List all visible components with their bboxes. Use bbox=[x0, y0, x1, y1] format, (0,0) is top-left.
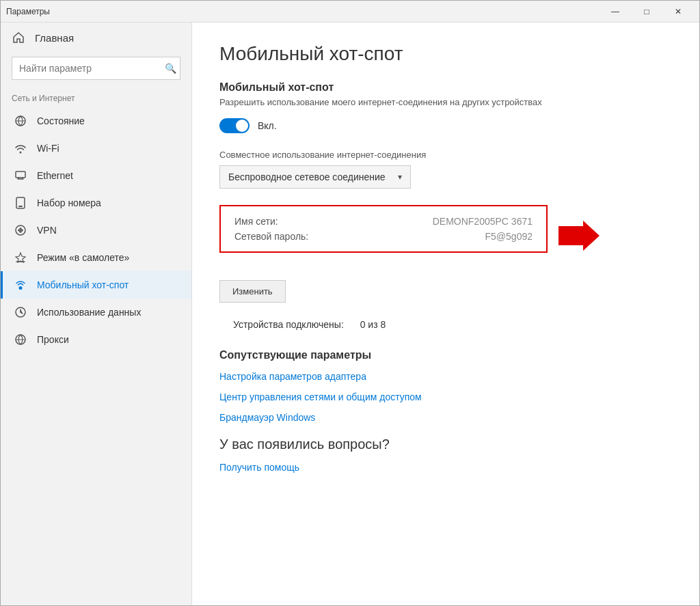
sidebar-item-hotspot[interactable]: Мобильный хот-спот bbox=[1, 271, 191, 299]
sharing-label: Совместное использование интернет-соедин… bbox=[219, 150, 672, 160]
datausage-icon bbox=[14, 305, 27, 319]
home-icon bbox=[12, 31, 25, 44]
sidebar-item-label: Мобильный хот-спот bbox=[37, 279, 129, 290]
sidebar-item-airplane[interactable]: Режим «в самолете» bbox=[1, 244, 191, 271]
link-firewall[interactable]: Брандмауэр Windows bbox=[219, 412, 672, 423]
sidebar-item-label: Состояние bbox=[37, 115, 85, 126]
settings-window: Параметры — □ ✕ Главная 🔍 bbox=[0, 0, 700, 606]
main-content: Главная 🔍 Сеть и Интернет Состояние bbox=[1, 23, 699, 605]
svg-rect-3 bbox=[18, 206, 23, 207]
search-icon-button[interactable]: 🔍 bbox=[165, 63, 176, 74]
search-box: 🔍 bbox=[12, 57, 180, 80]
svg-marker-8 bbox=[558, 221, 600, 251]
sidebar-item-label: Набор номера bbox=[37, 197, 101, 208]
sidebar-item-proxy[interactable]: Прокси bbox=[1, 326, 191, 353]
link-adapter-settings[interactable]: Настройка параметров адаптера bbox=[219, 371, 672, 382]
dropdown-arrow-icon: ▾ bbox=[398, 172, 402, 182]
sidebar-item-label: VPN bbox=[37, 225, 57, 236]
dropdown-value: Беспроводное сетевое соединение bbox=[228, 171, 386, 182]
arrow-indicator bbox=[558, 221, 600, 251]
sidebar-item-status[interactable]: Состояние bbox=[1, 107, 191, 135]
search-input[interactable] bbox=[12, 57, 180, 80]
network-dropdown[interactable]: Беспроводное сетевое соединение ▾ bbox=[219, 165, 411, 189]
sidebar-item-dialup[interactable]: Набор номера bbox=[1, 189, 191, 217]
related-title: Сопутствующие параметры bbox=[219, 349, 672, 361]
sidebar-item-label: Wi-Fi bbox=[37, 143, 59, 154]
vpn-icon bbox=[14, 223, 27, 237]
sidebar-item-label: Режим «в самолете» bbox=[37, 252, 129, 263]
wifi-icon bbox=[14, 141, 27, 155]
info-wrapper: Имя сети: DEMONF2005PC 3671 Сетевой паро… bbox=[219, 205, 672, 266]
svg-rect-1 bbox=[16, 171, 25, 178]
questions-title: У вас появились вопросы? bbox=[219, 437, 672, 452]
sidebar-home-label: Главная bbox=[35, 32, 74, 44]
hotspot-section-title: Мобильный хот-спот bbox=[219, 81, 672, 94]
sidebar-item-label: Прокси bbox=[37, 334, 69, 345]
devices-label: Устройства подключены: bbox=[233, 319, 344, 330]
monitor-icon bbox=[14, 169, 27, 182]
network-name-value: DEMONF2005PC 3671 bbox=[433, 216, 533, 227]
sidebar-item-label: Ethernet bbox=[37, 170, 73, 181]
close-button[interactable]: ✕ bbox=[662, 1, 694, 23]
devices-row: Устройства подключены: 0 из 8 bbox=[219, 319, 672, 330]
sidebar-section-label: Сеть и Интернет bbox=[1, 88, 191, 107]
help-link[interactable]: Получить помощь bbox=[219, 462, 672, 473]
window-title: Параметры bbox=[6, 7, 600, 16]
maximize-button[interactable]: □ bbox=[631, 1, 662, 23]
hotspot-desc: Разрешить использование моего интернет-с… bbox=[219, 96, 672, 109]
sidebar-home-item[interactable]: Главная bbox=[1, 23, 191, 53]
phone-icon bbox=[14, 196, 27, 210]
devices-value: 0 из 8 bbox=[360, 319, 386, 330]
sidebar: Главная 🔍 Сеть и Интернет Состояние bbox=[1, 23, 192, 605]
minimize-button[interactable]: — bbox=[600, 1, 631, 23]
sidebar-item-ethernet[interactable]: Ethernet bbox=[1, 162, 191, 189]
toggle-label: Вкл. bbox=[258, 120, 277, 131]
hotspot-toggle[interactable] bbox=[219, 118, 250, 133]
network-name-row: Имя сети: DEMONF2005PC 3671 bbox=[234, 216, 533, 227]
network-name-key: Имя сети: bbox=[234, 216, 323, 227]
globe-icon bbox=[14, 114, 27, 128]
network-info-box: Имя сети: DEMONF2005PC 3671 Сетевой паро… bbox=[219, 205, 548, 253]
title-bar: Параметры — □ ✕ bbox=[1, 1, 699, 23]
toggle-row: Вкл. bbox=[219, 118, 672, 133]
sidebar-item-wifi[interactable]: Wi-Fi bbox=[1, 135, 191, 162]
proxy-icon bbox=[14, 333, 27, 346]
link-network-center[interactable]: Центр управления сетями и общим доступом bbox=[219, 391, 672, 402]
network-pass-row: Сетевой пароль: F5@5g092 bbox=[234, 231, 533, 242]
network-pass-key: Сетевой пароль: bbox=[234, 231, 323, 242]
sidebar-item-vpn[interactable]: VPN bbox=[1, 217, 191, 244]
hotspot-icon bbox=[14, 278, 27, 292]
sidebar-item-datausage[interactable]: Использование данных bbox=[1, 299, 191, 326]
main-panel: Мобильный хот-спот Мобильный хот-спот Ра… bbox=[192, 23, 699, 605]
window-controls: — □ ✕ bbox=[600, 1, 694, 23]
network-pass-value: F5@5g092 bbox=[485, 231, 533, 242]
change-button[interactable]: Изменить bbox=[219, 280, 286, 303]
panel-title: Мобильный хот-спот bbox=[219, 43, 672, 65]
sidebar-item-label: Использование данных bbox=[37, 307, 141, 318]
airplane-icon bbox=[14, 251, 27, 264]
